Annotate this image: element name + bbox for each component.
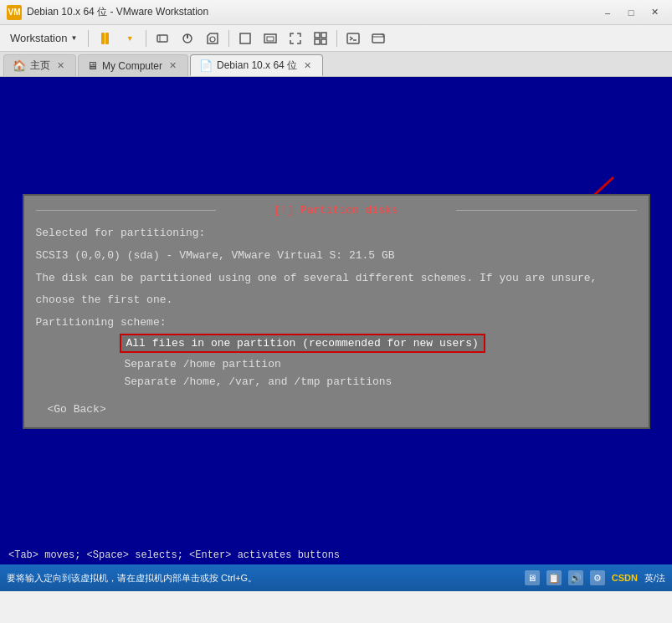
svg-rect-8	[315, 33, 320, 38]
svg-rect-7	[267, 37, 274, 41]
fit-window-button[interactable]	[259, 28, 282, 49]
dropdown-arrow: ▼	[70, 34, 77, 42]
option-1-selected[interactable]: All files in one partition (recommended …	[120, 334, 637, 356]
dialog-title-text: [!] Partition disks	[274, 204, 398, 217]
pause-button[interactable]	[93, 28, 116, 49]
svg-rect-9	[321, 33, 326, 38]
unity-button[interactable]	[309, 28, 332, 49]
dialog-title: [!] Partition disks	[36, 204, 637, 217]
window-title: Debian 10.x 64 位 - VMware Workstation	[27, 5, 597, 19]
network-icon[interactable]: 🖥	[525, 570, 540, 585]
workstation-label: Workstation	[10, 32, 67, 44]
tabs-area: 🏠 主页 ✕ 🖥 My Computer ✕ 📄 Debian 10.x 64 …	[0, 52, 672, 77]
options-area: All files in one partition (recommended …	[120, 334, 637, 390]
close-button[interactable]: ✕	[644, 4, 665, 21]
toolbar-btn-dropdown[interactable]: ▼	[118, 28, 141, 49]
svg-rect-11	[321, 39, 326, 44]
tab-mycomputer-label: My Computer	[102, 60, 162, 72]
description-line2: choose the first one.	[36, 292, 637, 309]
vm-content[interactable]: [!] Partition disks Selected for partiti…	[0, 77, 672, 546]
toolbar: Workstation ▼ ▼	[0, 25, 672, 52]
option-2-label[interactable]: Separate /home partition	[120, 356, 637, 372]
snapshot-button[interactable]	[201, 28, 224, 49]
title-bar: VM Debian 10.x 64 位 - VMware Workstation…	[0, 0, 672, 25]
window-controls: – □ ✕	[597, 4, 665, 21]
audio-icon[interactable]: 🔊	[568, 570, 583, 585]
tab-debian-label: Debian 10.x 64 位	[217, 59, 297, 73]
app-icon: VM	[7, 5, 22, 20]
csdn-badge: CSDN	[612, 573, 638, 583]
tab-home[interactable]: 🏠 主页 ✕	[3, 54, 76, 76]
input-method-indicator[interactable]: 英/法	[644, 572, 665, 585]
status-text: <Tab> moves; <Space> selects; <Enter> ac…	[8, 549, 340, 561]
fullscreen-button[interactable]	[284, 28, 307, 49]
tab-mycomputer[interactable]: 🖥 My Computer ✕	[78, 54, 188, 76]
tab-debian[interactable]: 📄 Debian 10.x 64 位 ✕	[190, 54, 323, 76]
option-3-label[interactable]: Separate /home, /var, and /tmp partition…	[120, 374, 637, 390]
selected-label: Selected for partitioning:	[36, 225, 637, 243]
tab-debian-close[interactable]: ✕	[301, 59, 314, 72]
home-icon: 🏠	[13, 59, 26, 72]
svg-rect-14	[372, 34, 384, 43]
option-1-label: All files in one partition (recommended …	[120, 334, 485, 353]
go-back-button[interactable]: <Go Back>	[48, 403, 637, 416]
toolbar-divider-1	[88, 30, 89, 47]
svg-rect-5	[240, 33, 250, 43]
console-button[interactable]	[341, 28, 365, 49]
settings-icon[interactable]: ⚙	[590, 570, 605, 585]
screenshot-btn[interactable]	[367, 28, 390, 49]
minimize-button[interactable]: –	[597, 4, 618, 21]
device-info: SCSI3 (0,0,0) (sda) - VMware, VMware Vir…	[36, 248, 637, 265]
bottom-right-icons: 🖥 📋 🔊 ⚙ CSDN 英/法	[525, 570, 665, 585]
scheme-label: Partitioning scheme:	[36, 316, 637, 329]
tab-mycomputer-close[interactable]: ✕	[167, 59, 179, 72]
bottom-bar: 要将输入定向到该虚拟机，请在虚拟机内部单击或按 Ctrl+G。 🖥 📋 🔊 ⚙ …	[0, 564, 672, 591]
workstation-menu[interactable]: Workstation ▼	[3, 28, 84, 48]
send-ctrl-alt-del-button[interactable]	[151, 28, 174, 49]
status-bar: <Tab> moves; <Space> selects; <Enter> ac…	[0, 546, 672, 564]
tab-home-label: 主页	[30, 59, 50, 73]
toolbar-divider-4	[336, 30, 337, 47]
installer-dialog: [!] Partition disks Selected for partiti…	[23, 194, 650, 429]
toolbar-divider-3	[228, 30, 229, 47]
debian-icon: 📄	[199, 59, 213, 72]
bottom-hint-text: 要将输入定向到该虚拟机，请在虚拟机内部单击或按 Ctrl+G。	[7, 572, 257, 585]
fit-guest-button[interactable]	[233, 28, 257, 49]
usb-icon[interactable]: 📋	[546, 570, 562, 585]
power-button[interactable]	[176, 28, 199, 49]
svg-rect-0	[157, 35, 167, 42]
svg-point-4	[210, 37, 215, 42]
computer-icon: 🖥	[87, 59, 98, 72]
toolbar-divider-2	[146, 30, 146, 47]
maximize-button[interactable]: □	[620, 4, 642, 21]
svg-rect-10	[315, 39, 320, 44]
tab-home-close[interactable]: ✕	[54, 59, 67, 72]
description-line1: The disk can be partitioned using one of…	[36, 270, 637, 288]
